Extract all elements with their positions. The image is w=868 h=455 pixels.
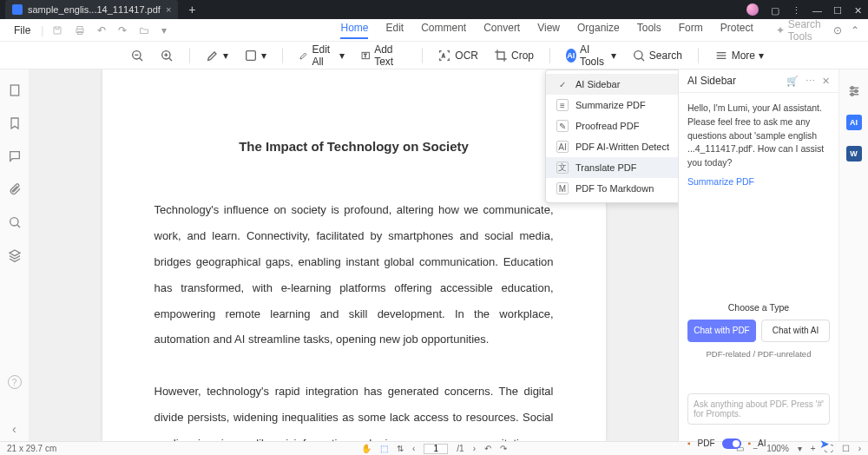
back-arrow-icon[interactable]: ‹ (12, 422, 16, 436)
user-avatar-icon[interactable] (746, 3, 759, 16)
tab-view[interactable]: View (537, 22, 560, 39)
fullscreen-icon[interactable]: ⛶ (825, 444, 833, 453)
zoom-out-button[interactable] (130, 49, 144, 63)
rotate-right-icon[interactable]: ↷ (500, 444, 507, 453)
rotate-left-icon[interactable]: ↶ (484, 444, 491, 453)
cart-icon[interactable]: 🛒 (786, 76, 799, 87)
ocr-label: OCR (455, 49, 478, 62)
panel-icon[interactable]: ▢ (771, 5, 779, 14)
tab-home[interactable]: Home (340, 22, 368, 39)
ai-chat-input[interactable]: Ask anything about PDF. Press '#' for Pr… (687, 393, 830, 425)
settings-icon[interactable] (846, 83, 862, 99)
maximize-icon[interactable]: ☐ (833, 5, 842, 14)
new-tab-button[interactable]: + (188, 3, 195, 16)
dropdown-item-markdown[interactable]: M PDF To Markdown (546, 178, 678, 199)
word-export-icon[interactable]: W (846, 146, 862, 162)
collapse-icon[interactable]: ⌃ (851, 24, 859, 36)
dropdown-item-translate[interactable]: 文 Translate PDF (546, 157, 678, 178)
zoom-in-status-icon[interactable]: + (811, 444, 816, 453)
print-icon[interactable] (71, 25, 89, 36)
add-text-tool[interactable]: T Add Text (360, 43, 406, 68)
save-icon[interactable] (49, 25, 66, 36)
toolbar: ▾ ▾ Edit All▾ T Add Text A OCR Crop AI A… (0, 42, 868, 69)
pdf-ai-toggle[interactable] (722, 439, 741, 449)
page-nav-controls: ✋ ⬚ ⇅ ‹ /1 › ↶ ↷ (361, 444, 507, 454)
search-sidebar-icon[interactable] (8, 215, 22, 229)
file-menu[interactable]: File (9, 23, 36, 38)
more-icon[interactable]: ⋯ (806, 76, 815, 87)
ocr-tool[interactable]: A OCR (437, 49, 478, 63)
bookmarks-icon[interactable] (8, 116, 22, 130)
dropdown-item-ai-detect[interactable]: AI PDF AI-Written Detect (546, 136, 678, 157)
crop-tool[interactable]: Crop (494, 49, 534, 63)
layers-icon[interactable] (8, 248, 22, 262)
scroll-mode-icon[interactable]: ⇅ (397, 444, 404, 453)
tab-form[interactable]: Form (679, 22, 703, 39)
pdf-badge-icon: ▪ (687, 439, 691, 448)
close-panel-icon[interactable]: ✕ (822, 76, 830, 87)
redo-icon[interactable]: ↷ (115, 24, 130, 36)
chat-with-ai-button[interactable]: Chat with AI (761, 320, 830, 342)
shape-tool[interactable]: ▾ (244, 49, 266, 63)
tab-tools[interactable]: Tools (637, 22, 661, 39)
select-tool-icon[interactable]: ⬚ (380, 444, 388, 453)
tab-edit[interactable]: Edit (385, 22, 404, 39)
page-total: /1 (457, 444, 464, 453)
dropdown-item-ai-sidebar[interactable]: ✓ AI Sidebar (546, 74, 678, 95)
choose-type-label: Choose a Type (679, 302, 838, 313)
attachments-icon[interactable] (8, 182, 22, 196)
hand-tool-icon[interactable]: ✋ (361, 444, 372, 453)
tab-convert[interactable]: Convert (483, 22, 520, 39)
svg-point-21 (10, 218, 17, 226)
footer-pdf-label: PDF (698, 439, 715, 448)
tab-title: sample_englis...14_111417.pdf (28, 4, 161, 15)
open-icon[interactable] (135, 25, 153, 36)
zoom-dropdown-icon[interactable]: ▾ (798, 444, 802, 453)
search-tool[interactable]: Search (632, 49, 682, 63)
chat-with-pdf-button[interactable]: Chat with PDF (687, 320, 756, 342)
search-tools[interactable]: ✦ Search Tools (776, 18, 828, 43)
add-text-label: Add Text (374, 43, 405, 68)
kebab-icon[interactable]: ⋮ (792, 5, 800, 14)
expand-right-icon[interactable]: › (858, 444, 861, 453)
cloud-icon[interactable]: ⊙ (833, 24, 842, 36)
thumbnails-icon[interactable] (8, 83, 22, 97)
next-page-icon[interactable]: › (473, 444, 476, 453)
prev-page-icon[interactable]: ‹ (412, 444, 415, 453)
titlebar: sample_englis...14_111417.pdf × + ▢ ⋮ — … (0, 0, 868, 19)
tab-protect[interactable]: Protect (720, 22, 753, 39)
minimize-icon[interactable]: — (812, 5, 821, 14)
document-viewport[interactable]: The Impact of Technology on Society Tech… (30, 69, 678, 441)
edit-all-label: Edit All (312, 43, 335, 68)
document-paragraph-2: However, technology's rapid integration … (155, 379, 554, 441)
zoom-in-button[interactable] (160, 49, 174, 63)
dropdown-item-proofread[interactable]: ✎ Proofread PDF (546, 115, 678, 136)
page-number-input[interactable] (424, 444, 448, 454)
undo-icon[interactable]: ↶ (94, 24, 109, 36)
reading-mode-icon[interactable]: ☐ (842, 444, 850, 453)
help-icon[interactable]: ? (8, 375, 22, 389)
ai-panel-header: AI Sidebar 🛒 ⋯ ✕ (679, 69, 838, 93)
zoom-out-status-icon[interactable]: − (753, 444, 758, 453)
svg-text:A: A (443, 54, 446, 58)
left-sidebar: ? (0, 69, 30, 441)
dropdown-caret-icon[interactable]: ▾ (158, 24, 170, 36)
close-tab-icon[interactable]: × (166, 4, 171, 15)
svg-line-6 (140, 57, 142, 60)
ai-sidebar-panel: AI Sidebar 🛒 ⋯ ✕ Hello, I'm Lumi, your A… (678, 69, 838, 441)
dropdown-item-summarize[interactable]: ≡ Summarize PDF (546, 95, 678, 115)
document-tab[interactable]: sample_englis...14_111417.pdf × (5, 0, 178, 19)
highlighter-tool[interactable]: ▾ (206, 49, 228, 63)
edit-all-tool[interactable]: Edit All▾ (299, 43, 345, 68)
comments-icon[interactable] (8, 149, 22, 163)
more-tool[interactable]: More▾ (714, 49, 764, 63)
translate-icon: 文 (556, 162, 569, 174)
tab-organize[interactable]: Organize (577, 22, 620, 39)
tab-comment[interactable]: Comment (421, 22, 466, 39)
ai-sidebar-icon[interactable]: AI (846, 115, 862, 130)
summarize-link[interactable]: Summarize PDF (687, 175, 830, 189)
dd-label: AI Sidebar (575, 79, 620, 89)
page-dimensions: 21 x 29.7 cm (7, 444, 56, 453)
close-window-icon[interactable]: ✕ (854, 5, 863, 14)
ai-tools-button[interactable]: AI AI Tools▾ (566, 43, 616, 68)
